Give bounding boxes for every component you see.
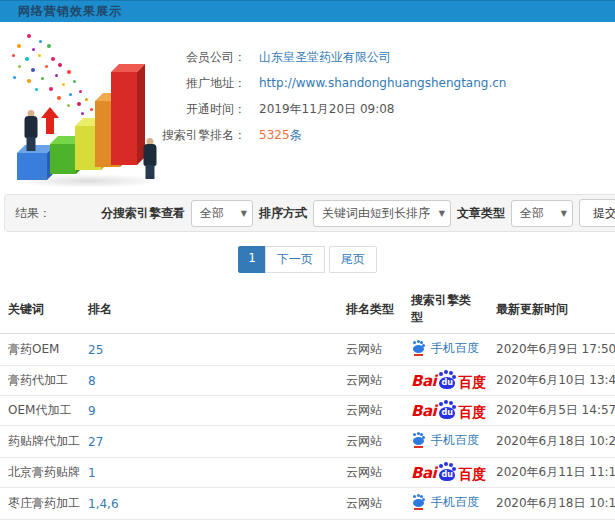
confetti-dot [62,83,65,86]
baidu-logo-icon: Bai du 百度 [411,402,486,419]
rank-cell: 1 [80,458,338,488]
confetti-dot [38,54,41,57]
rank-cell: 9 [80,396,338,426]
confetti-dot [58,63,62,67]
info-row-company: 会员公司： 山东皇圣堂药业有限公司 [158,44,615,70]
rank-count-unit: 条 [290,128,302,142]
confetti-dot [32,48,35,51]
promo-url-label: 推广地址： [158,75,246,92]
rank-type-cell: 云网站 [338,426,403,458]
confetti-dot [31,68,35,72]
page-header: 网络营销效果展示 [0,0,615,22]
open-time-value: 2019年11月20日 09:08 [259,101,394,118]
rank-link[interactable]: 8 [88,374,96,388]
confetti-dot [17,44,21,48]
rank-cell: 25 [80,334,338,366]
baidu-logo-icon: Bai du 百度 [411,372,486,389]
rank-link[interactable]: 1 [88,466,96,480]
confetti-dot [67,104,70,107]
col-header-engine-type: 搜索引擎类型 [403,285,488,334]
confetti-dot [45,65,48,68]
engine-label: 手机百度 [431,494,479,511]
updated-cell: 2020年6月11日 11:18 [488,458,615,488]
updated-cell: 2020年6月9日 17:50 [488,334,615,366]
article-type-label: 文章类型 [457,205,505,222]
rank-link[interactable]: 27 [88,435,103,449]
chevron-down-icon: ▼ [439,201,445,226]
table-row: OEM代加工9云网站 Bai du 百度 2020年6月5日 14:57 [0,396,615,426]
info-row-opened: 开通时间： 2019年11月20日 09:08 [158,96,615,122]
engine-rank-label: 搜索引擎排名： [158,127,246,144]
baidu-logo-icon: Bai du 百度 [411,464,486,481]
engine-label: 百度 [458,405,486,419]
mobile-baidu-icon [411,341,426,356]
rank-link[interactable]: 25 [88,343,103,357]
chevron-down-icon: ▼ [561,201,567,226]
info-row-url: 推广地址： http://www.shandonghuangshengtang.… [158,70,615,96]
confetti-dot [47,44,51,48]
table-row: 北京膏药贴牌1云网站 Bai du 百度 2020年6月11日 11:18 [0,458,615,488]
engine-filter-label: 分搜索引擎查看 [101,205,185,222]
engine-type-cell: 手机百度 [403,334,488,366]
page-1-button[interactable]: 1 [238,246,266,273]
rank-count-number: 5325 [259,128,290,142]
confetti-dot [90,108,93,111]
confetti-dot [81,112,84,115]
engine-label: 百度 [458,467,486,481]
confetti-dot [73,80,76,83]
confetti-dot [57,96,61,100]
confetti-dot [18,65,21,68]
keyword-cell: 北京膏药贴牌 [0,458,80,488]
updated-cell: 2020年6月5日 14:57 [488,396,615,426]
next-page-button[interactable]: 下一页 [265,246,325,273]
summary-section: 会员公司： 山东皇圣堂药业有限公司 推广地址： http://www.shand… [0,22,615,192]
table-row: 枣庄膏药加工1,4,6云网站 手机百度 2020年6月18日 10:19 [0,488,615,520]
engine-filter-select[interactable]: 全部 ▼ [191,200,253,227]
chevron-down-icon: ▼ [241,201,247,226]
confetti-dot [13,76,16,79]
engine-label: 手机百度 [431,340,479,357]
rank-link[interactable]: 9 [88,404,96,418]
page-title: 网络营销效果展示 [18,3,122,20]
table-row: 药贴牌代加工27云网站 手机百度 2020年6月18日 10:25 [0,426,615,458]
info-row-rank-count: 搜索引擎排名： 5325条 [158,122,615,148]
confetti-dot [69,93,72,96]
promo-url-link[interactable]: http://www.shandonghuangshengtang.cn [259,76,506,90]
rank-link[interactable]: 1,4,6 [88,497,119,511]
confetti-dot [12,54,15,57]
company-name-link[interactable]: 山东皇圣堂药业有限公司 [259,49,391,66]
rank-type-cell: 云网站 [338,396,403,426]
confetti-dot [27,34,31,38]
table-row: 膏药代加工8云网站 Bai du 百度 2020年6月10日 13:40 [0,366,615,396]
last-page-button[interactable]: 尾页 [329,246,377,273]
rank-type-cell: 云网站 [338,334,403,366]
rank-cell: 1,4,6 [80,488,338,520]
col-header-updated: 最新更新时间 [488,285,615,334]
engine-label: 手机百度 [431,432,479,449]
pagination: 1 下一页 尾页 [0,246,615,273]
rank-type-cell: 云网站 [338,458,403,488]
sort-select[interactable]: 关键词由短到长排序 ▼ [313,200,451,227]
confetti-dot [49,87,53,91]
mobile-baidu-icon [411,495,426,510]
submit-button[interactable]: 提交 [579,199,615,227]
confetti-dot [55,74,58,77]
confetti-dot [25,57,29,61]
engine-type-cell: 手机百度 [403,426,488,458]
company-info-panel: 会员公司： 山东皇圣堂药业有限公司 推广地址： http://www.shand… [158,44,615,148]
filter-bar: 结果： 分搜索引擎查看 全部 ▼ 排序方式 关键词由短到长排序 ▼ 文章类型 全… [4,194,615,232]
chart-bar-2 [50,144,76,174]
rank-type-cell: 云网站 [338,366,403,396]
rank-cell: 27 [80,426,338,458]
chart-bar-5 [111,72,137,165]
article-type-select[interactable]: 全部 ▼ [511,200,573,227]
rank-cell: 8 [80,366,338,396]
col-header-rank-type: 排名类型 [338,285,403,334]
engine-type-cell: Bai du 百度 [403,458,488,488]
table-row: 膏药OEM25云网站 手机百度 2020年6月9日 17:50 [0,334,615,366]
engine-type-cell: Bai du 百度 [403,366,488,396]
keyword-cell: 药贴牌代加工 [0,426,80,458]
company-label: 会员公司： [158,49,246,66]
businessman-figure-left [23,110,39,152]
updated-cell: 2020年6月18日 10:25 [488,426,615,458]
